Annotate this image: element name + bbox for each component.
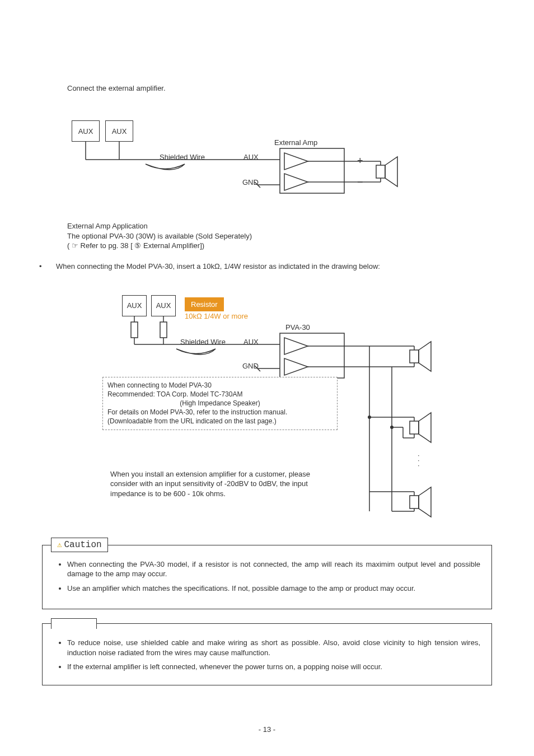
- aux-input-label: AUX: [243, 338, 259, 346]
- note-line1: External Amp Application: [67, 221, 500, 231]
- shielded-wire-label: Shielded Wire: [160, 153, 205, 161]
- diagram-external-amp: AUX AUX Shielded Wire AUX GND External A…: [34, 104, 500, 216]
- aux-terminal-2: AUX: [151, 295, 176, 316]
- caution-label: ⚠ Caution: [51, 538, 108, 552]
- svg-marker-27: [284, 358, 308, 375]
- svg-rect-54: [410, 496, 419, 508]
- svg-rect-15: [376, 165, 385, 178]
- pva30-label: PVA-30: [285, 323, 310, 332]
- note-line2: The optional PVA-30 (30W) is available (…: [67, 231, 500, 241]
- aux-label: AUX: [156, 301, 171, 310]
- bullet-text: When connecting the Model PVA-30, insert…: [56, 262, 380, 270]
- resistor-spec: 10kΩ 1/4W or more: [185, 312, 248, 320]
- gnd-label: GND: [242, 362, 259, 370]
- aux-label: AUX: [127, 301, 142, 310]
- dashed-line4: For details on Model PVA-30, refer to th…: [107, 408, 332, 417]
- page-number: - 13 -: [0, 725, 534, 734]
- note-item-1: To reduce noise, use shielded cable and …: [67, 638, 480, 657]
- note-line3: ( ☞ Refer to pg. 38 [ ⑤ External Amplifi…: [67, 241, 500, 251]
- svg-marker-55: [419, 487, 431, 517]
- gnd-label: GND: [242, 178, 259, 186]
- svg-marker-16: [385, 157, 397, 186]
- bullet-icon: •: [39, 262, 56, 270]
- dashed-line1: When connecting to Model PVA-30: [107, 381, 332, 390]
- caution-text: Caution: [64, 540, 101, 550]
- aux-terminal-1: AUX: [72, 120, 100, 142]
- plus-symbol: +: [357, 155, 363, 167]
- svg-marker-49: [419, 413, 431, 442]
- svg-rect-19: [131, 322, 138, 338]
- external-amp-note: External Amp Application The optional PV…: [67, 221, 500, 251]
- vertical-dots-icon: ···: [418, 452, 420, 468]
- aux-label: AUX: [112, 127, 127, 136]
- external-amp-label: External Amp: [274, 138, 317, 147]
- extension-amp-note: When you install an extension amplifier …: [110, 469, 337, 499]
- svg-marker-26: [284, 338, 308, 354]
- caution-item-2: Use an amplifier which matches the speci…: [67, 584, 480, 594]
- svg-marker-41: [419, 342, 431, 371]
- svg-rect-20: [160, 322, 167, 338]
- aux-terminal-2: AUX: [105, 120, 133, 142]
- page: Connect the external amplifier.: [0, 0, 534, 756]
- diagram-pva30: AUX AUX Resistor 10kΩ 1/4W or more Shiel…: [34, 276, 500, 528]
- svg-marker-8: [284, 174, 308, 190]
- dashed-line2: Recommended: TOA Corp. Model TC-730AM: [107, 390, 332, 399]
- resistor-label: Resistor: [185, 297, 224, 311]
- dashed-line5: (Downloadable from the URL indicated on …: [107, 417, 332, 426]
- aux-label: AUX: [78, 127, 93, 136]
- pva30-recommendation-box: When connecting to Model PVA-30 Recommen…: [102, 377, 338, 430]
- svg-rect-48: [410, 421, 419, 434]
- svg-marker-7: [284, 153, 308, 170]
- note-box: To reduce noise, use shielded cable and …: [42, 623, 492, 685]
- note-item-2: If the external amplifier is left connec…: [67, 662, 480, 672]
- note-tab: [51, 618, 97, 629]
- dashed-line3: (High Impedance Speaker): [107, 399, 332, 408]
- warning-triangle-icon: ⚠: [57, 540, 62, 549]
- intro-text: Connect the external amplifier.: [67, 84, 500, 92]
- caution-item-1: When connecting the PVA-30 model, if a r…: [67, 559, 480, 579]
- aux-terminal-1: AUX: [122, 295, 147, 316]
- shielded-wire-label: Shielded Wire: [180, 338, 226, 346]
- bullet-instruction: • When connecting the Model PVA-30, inse…: [39, 262, 500, 270]
- caution-box: ⚠ Caution When connecting the PVA-30 mod…: [42, 545, 492, 610]
- aux-input-label: AUX: [243, 153, 259, 161]
- minus-symbol: −: [357, 176, 363, 188]
- svg-rect-40: [410, 350, 419, 363]
